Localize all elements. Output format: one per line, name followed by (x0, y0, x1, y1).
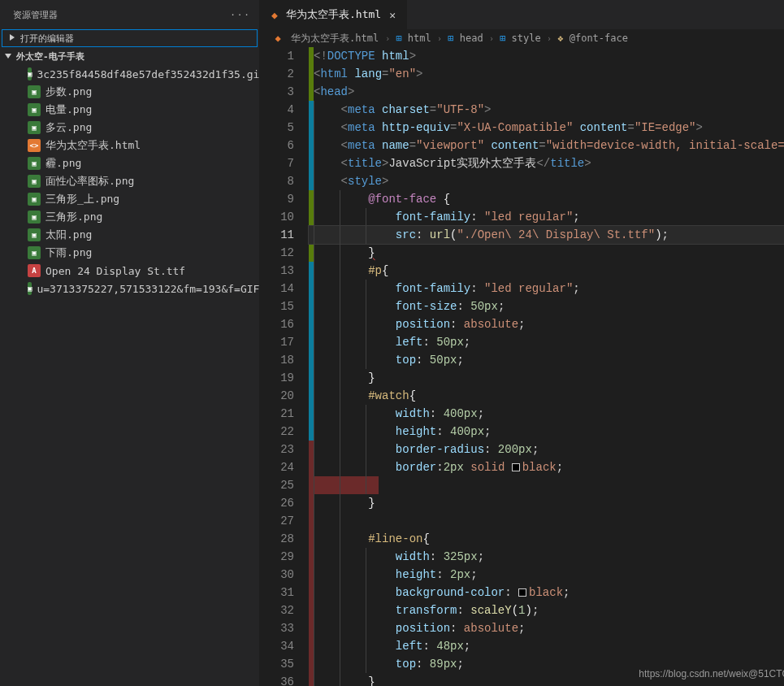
file-item[interactable]: ▣步数.png (0, 83, 259, 101)
img-file-icon: ▣ (28, 246, 41, 259)
line-number-gutter: 1234567891011121314151617181920212223242… (260, 47, 309, 686)
img-file-icon: ▣ (28, 157, 41, 170)
file-name: 霾.png (45, 156, 81, 171)
explorer-sidebar: 资源管理器 ··· 打开的编辑器 外太空-电子手表 ▣3c235f84458df… (0, 0, 260, 686)
img-file-icon: ▣ (28, 211, 41, 224)
file-name: 三角形.png (45, 210, 102, 224)
explorer-title: 资源管理器 (13, 9, 58, 21)
more-actions-icon[interactable]: ··· (230, 10, 251, 20)
file-item[interactable]: ▣3c235f84458df48e57def352432d1f35.gif (0, 65, 259, 83)
html-file-icon: <> (28, 139, 41, 152)
breadcrumb-icon: ⊞ (500, 33, 505, 44)
html-file-icon: ◆ (268, 8, 281, 21)
font-file-icon: A (28, 264, 41, 277)
file-item[interactable]: ▣电量.png (0, 101, 259, 119)
file-item[interactable]: ▣面性心率图标.png (0, 172, 259, 190)
file-name: 面性心率图标.png (45, 174, 134, 189)
breadcrumb-file[interactable]: 华为太空手表.html (291, 32, 379, 46)
tab-active[interactable]: ◆ 华为太空手表.html ✕ (260, 0, 408, 29)
file-item[interactable]: AOpen 24 Display St.ttf (0, 262, 259, 280)
breadcrumb-item[interactable]: style (512, 33, 541, 44)
file-item[interactable]: ▣多云.png (0, 119, 259, 137)
breadcrumb-icon: ⊞ (448, 33, 453, 44)
file-name: 华为太空手表.html (45, 138, 141, 153)
watermark: https://blog.csdn.net/weix@51CTO博客 (639, 667, 784, 681)
file-name: u=3713375227,571533122&fm=193&f=GIF... (37, 283, 278, 295)
chevron-right-icon: › (547, 34, 552, 43)
img-file-icon: ▣ (28, 85, 41, 98)
file-item[interactable]: <>华为太空手表.html (0, 137, 259, 154)
file-item[interactable]: ▣下雨.png (0, 244, 259, 262)
html-file-icon: ◆ (271, 32, 284, 45)
img-file-icon: ▣ (28, 103, 41, 116)
open-editors-label: 打开的编辑器 (20, 33, 74, 45)
breadcrumb-item[interactable]: head (460, 33, 483, 44)
tab-label: 华为太空手表.html (286, 7, 381, 22)
file-name: 电量.png (45, 102, 92, 117)
breadcrumb-item[interactable]: html (408, 33, 431, 44)
explorer-header: 资源管理器 ··· (0, 0, 259, 29)
file-name: 三角形_上.png (45, 192, 119, 206)
close-icon[interactable]: ✕ (386, 8, 399, 21)
code-content[interactable]: <!DOCTYPE html><html lang="en"><head> <m… (309, 47, 784, 686)
file-name: 多云.png (45, 120, 92, 135)
img-file-icon: ▣ (28, 67, 32, 80)
folder-root[interactable]: 外太空-电子手表 (0, 47, 259, 65)
img-file-icon: ▣ (28, 175, 41, 188)
file-item[interactable]: ▣三角形_上.png (0, 190, 259, 208)
img-file-icon: ▣ (28, 193, 41, 206)
file-name: 3c235f84458df48e57def352432d1f35.gif (37, 68, 266, 80)
breadcrumb-item[interactable]: @font-face (570, 33, 628, 44)
file-name: 太阳.png (45, 228, 92, 242)
file-name: 步数.png (45, 85, 92, 99)
chevron-right-icon: › (437, 34, 442, 43)
file-item[interactable]: ▣三角形.png (0, 208, 259, 226)
editor-area: ◆ 华为太空手表.html ✕ ◆ 华为太空手表.html › ⊞ html ›… (260, 0, 784, 686)
file-name: 下雨.png (45, 245, 92, 260)
tab-bar: ◆ 华为太空手表.html ✕ (260, 0, 784, 29)
img-file-icon: ▣ (28, 228, 41, 241)
breadcrumb-icon: ⊞ (396, 33, 401, 44)
folder-name: 外太空-电子手表 (16, 50, 84, 63)
chevron-right-icon: › (489, 34, 494, 43)
file-item[interactable]: ▣u=3713375227,571533122&fm=193&f=GIF... (0, 280, 259, 297)
chevron-right-icon: › (385, 34, 390, 43)
file-item[interactable]: ▣太阳.png (0, 226, 259, 244)
code-editor[interactable]: 1234567891011121314151617181920212223242… (260, 47, 784, 686)
img-file-icon: ▣ (28, 282, 32, 295)
img-file-icon: ▣ (28, 121, 41, 134)
breadcrumb-icon: ❖ (557, 33, 563, 44)
file-item[interactable]: ▣霾.png (0, 154, 259, 172)
file-list: ▣3c235f84458df48e57def352432d1f35.gif▣步数… (0, 65, 259, 297)
open-editors-section[interactable]: 打开的编辑器 (2, 29, 258, 47)
file-name: Open 24 Display St.ttf (45, 265, 185, 277)
breadcrumb[interactable]: ◆ 华为太空手表.html › ⊞ html › ⊞ head › ⊞ styl… (260, 29, 784, 47)
